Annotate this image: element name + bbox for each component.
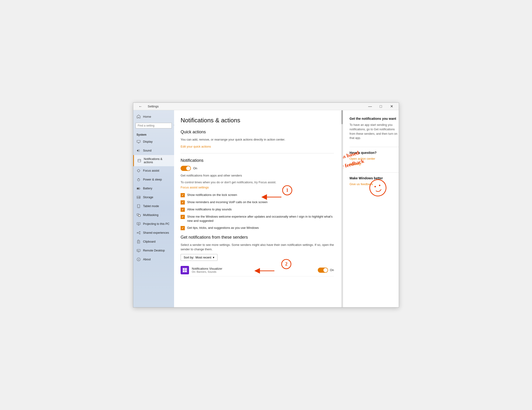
checkbox-sounds[interactable]: Allow notifications to play sounds [180,207,334,212]
maximize-button[interactable]: □ [375,103,386,110]
sidebar-section-title: System [133,131,174,137]
search-input[interactable] [138,124,173,127]
checkbox-welcome[interactable]: Show me the Windows welcome experience a… [180,215,334,223]
sidebar-search-container: 🔍 [136,123,172,128]
notifications-toggle-row: On [180,166,334,171]
sidebar-item-sound[interactable]: Sound [133,146,174,155]
sidebar-item-notifications[interactable]: Notifications & actions [133,155,174,166]
sort-value: Most recent [196,256,211,259]
battery-icon [136,186,141,191]
settings-window: ← Settings — □ ✕ Home 🔍 [133,102,399,308]
svg-point-2 [137,169,140,172]
back-button[interactable]: ← [135,103,146,110]
right-get-notif-title: Get the notifications you want [350,117,399,120]
window-title: Settings [148,105,159,108]
toggle-on-label: On [193,166,197,170]
checkbox-voip-label: Show reminders and incoming VoIP calls o… [187,200,267,204]
clipboard-label: Clipboard [143,240,156,243]
focus-assist-text: To control times when you do or don't ge… [180,180,334,185]
display-icon [136,140,141,144]
projecting-label: Projecting to this PC [143,222,169,225]
svg-point-16 [138,223,139,224]
app-row-notifications-visualizer[interactable]: Notifications Visualizer On: Banners, So… [180,264,334,276]
sidebar-item-tablet[interactable]: Tablet mode [133,202,174,211]
senders-title: Get notifications from these senders [180,235,334,240]
title-bar-left: ← Settings [135,103,159,110]
svg-point-17 [137,232,138,233]
notifications-label: Notifications & actions [144,157,171,164]
sidebar-item-about[interactable]: About [133,255,174,264]
svg-rect-13 [138,215,140,216]
open-action-center-link[interactable]: Open action center [350,157,399,160]
sidebar-home[interactable]: Home [133,112,174,121]
right-make-better: Make Windows better Give us feedback [350,176,399,186]
svg-rect-1 [138,159,141,162]
checkbox-sounds-label: Allow notifications to play sounds [187,207,232,212]
sidebar-item-multitasking[interactable]: Multitasking [133,211,174,219]
minimize-button[interactable]: — [365,103,375,110]
sidebar-item-clipboard[interactable]: Clipboard [133,237,174,246]
sidebar: Home 🔍 System Display [133,110,174,307]
checkbox-voip[interactable]: Show reminders and incoming VoIP calls o… [180,200,334,205]
svg-point-11 [138,207,139,208]
right-get-notif-desc: To have an app start sending you notific… [350,123,399,140]
notifications-toggle[interactable] [180,166,191,171]
battery-label: Battery [143,187,152,190]
sound-label: Sound [143,149,152,152]
checkbox-welcome-label: Show me the Windows welcome experience a… [187,215,334,223]
checkbox-lock-screen[interactable]: Show notifications on the lock screen [180,193,334,197]
checkbox-voip-input[interactable] [180,200,185,205]
right-make-better-title: Make Windows better [350,176,399,180]
projecting-icon [136,222,141,226]
right-question: Have a question? Open action center Get … [350,151,399,166]
close-button[interactable]: ✕ [386,103,397,110]
svg-point-8 [139,197,140,197]
tablet-label: Tablet mode [143,205,159,208]
app-toggle-label: On [330,268,334,272]
checkbox-tips-label: Get tips, tricks, and suggestions as you… [187,226,259,230]
multitasking-label: Multitasking [143,213,158,217]
checkbox-sounds-input[interactable] [180,208,185,212]
svg-point-9 [139,198,140,198]
sidebar-item-projecting[interactable]: Projecting to this PC [133,219,174,228]
app-sub: On: Banners, Sounds [192,270,315,273]
checkbox-tips[interactable]: Get tips, tricks, and suggestions as you… [180,226,334,230]
focus-assist-settings-link[interactable]: Focus assist settings [180,185,334,189]
svg-point-22 [137,250,138,251]
sort-dropdown[interactable]: Sort by: Most recent ▾ [180,254,218,261]
title-bar-controls: — □ ✕ [365,103,397,110]
app-toggle[interactable] [318,268,328,273]
right-divider-1 [350,147,399,147]
checkbox-lock-screen-input[interactable] [180,193,185,197]
give-feedback-link[interactable]: Give us feedback [350,182,399,186]
home-icon [136,114,141,119]
storage-label: Storage [143,196,153,199]
sidebar-item-power[interactable]: Power & sleep [133,175,174,184]
sidebar-item-focus[interactable]: Focus assist [133,166,174,175]
edit-quick-actions-link[interactable]: Edit your quick actions [180,145,211,148]
sidebar-item-shared[interactable]: Shared experiences [133,228,174,237]
about-icon [136,257,141,262]
app-name: Notifications Visualizer [192,267,315,270]
storage-icon [136,195,141,199]
app-icon-inner [182,268,187,273]
svg-point-18 [139,231,140,232]
right-divider-2 [350,172,399,173]
sidebar-item-battery[interactable]: Battery [133,184,174,193]
svg-rect-20 [137,241,140,243]
sidebar-item-storage[interactable]: Storage [133,193,174,202]
shared-icon [136,231,141,235]
multitasking-icon [136,213,141,217]
remote-label: Remote Desktop [143,249,165,252]
sidebar-item-display[interactable]: Display [133,137,174,146]
checkbox-welcome-input[interactable] [180,215,185,219]
checkbox-tips-input[interactable] [180,226,185,230]
shared-label: Shared experiences [143,231,169,234]
remote-icon [136,248,141,253]
sound-icon [136,148,141,153]
home-label: Home [143,115,151,118]
get-help-link[interactable]: Get help [350,162,399,166]
page-title: Notifications & actions [180,117,334,124]
sidebar-item-remote[interactable]: Remote Desktop [133,246,174,255]
svg-point-31 [374,186,376,187]
